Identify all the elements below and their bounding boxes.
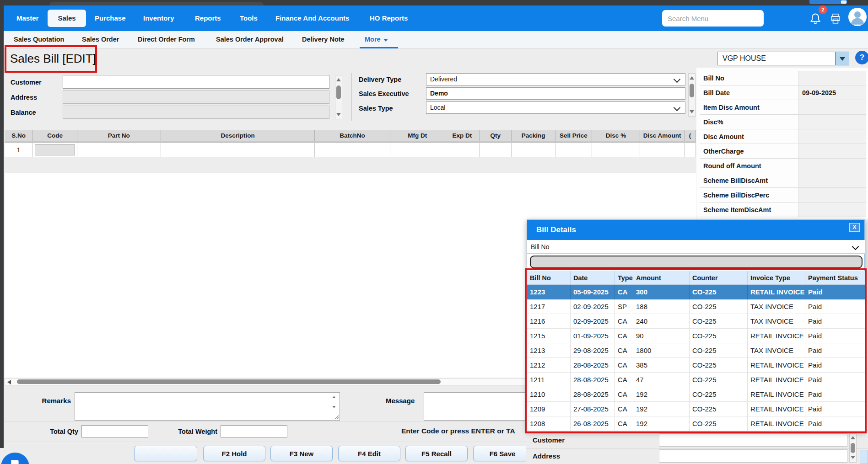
scroll-down-icon[interactable]	[336, 113, 341, 116]
subnav-delivery-note[interactable]: Delivery Note	[302, 31, 345, 48]
remarks-textarea[interactable]	[75, 392, 340, 421]
order-form-scrollbar[interactable]	[688, 73, 695, 117]
invoice-type-cell: TAX INVOICE	[748, 343, 805, 358]
popup-col-invoice-type: Invoice Type	[748, 271, 805, 285]
cell-packing[interactable]	[512, 143, 555, 157]
cell-disc-perc[interactable]	[592, 143, 640, 157]
search-input[interactable]	[662, 10, 764, 27]
subnav-sales-order-approval[interactable]: Sales Order Approval	[216, 31, 284, 48]
popup-header[interactable]: Bill Details	[527, 220, 864, 240]
cell-description[interactable]	[161, 143, 315, 157]
scroll-down-icon[interactable]	[690, 110, 694, 113]
total-weight-input[interactable]	[221, 425, 287, 437]
sales-executive-input[interactable]: Demo	[426, 87, 685, 100]
mini-form-scrollbar[interactable]	[849, 433, 857, 463]
notification-badge: 2	[819, 5, 827, 14]
items-table-row-1[interactable]: 1	[5, 143, 696, 157]
f2-hold-button[interactable]: F2 Hold	[203, 446, 265, 461]
subnav-more[interactable]: More	[365, 31, 388, 48]
nav-item-inventory[interactable]: Inventory	[143, 5, 174, 31]
close-icon[interactable]: X	[849, 223, 860, 232]
customer-input[interactable]	[63, 75, 329, 89]
payment-status-cell: Paid	[805, 329, 865, 343]
bill-row[interactable]: 1210 28-08-2025 CA 192 CO-225 RETAIL INV…	[527, 387, 865, 402]
help-icon[interactable]: ?	[855, 51, 868, 64]
f5-recall-button[interactable]: F5 Recall	[405, 446, 468, 461]
scroll-down-icon[interactable]	[333, 406, 336, 408]
cell-code[interactable]	[33, 143, 77, 157]
delivery-type-select[interactable]: Delivered	[426, 73, 685, 85]
bill-row[interactable]: 1223 05-09-2025 CA 300 CO-225 RETAIL INV…	[527, 285, 865, 299]
scroll-up-icon[interactable]	[690, 76, 694, 80]
customer-form-scrollbar[interactable]	[335, 75, 342, 119]
payment-status-cell: Paid	[805, 387, 865, 402]
print-icon[interactable]	[829, 13, 842, 25]
address-input[interactable]	[63, 91, 329, 104]
subnav-direct-order-form[interactable]: Direct Order Form	[138, 31, 195, 48]
nav-item-tools[interactable]: Tools	[240, 5, 258, 31]
nav-item-ho-reports[interactable]: HO Reports	[370, 5, 408, 31]
nav-item-sales-active[interactable]: Sales	[48, 10, 86, 27]
code-entry-box[interactable]	[35, 144, 75, 155]
nav-item-purchase[interactable]: Purchase	[95, 5, 126, 31]
bill-row[interactable]: 1216 02-09-2025 CA 240 CO-225 TAX INVOIC…	[527, 314, 865, 329]
bill-row[interactable]: 1212 28-08-2025 CA 385 CO-225 RETAIL INV…	[527, 358, 865, 373]
scroll-left-icon[interactable]	[7, 380, 11, 384]
bill-no-cell: 1216	[527, 314, 571, 329]
scrollbar-thumb[interactable]	[690, 84, 694, 97]
scroll-up-icon[interactable]	[851, 436, 855, 439]
branch-select[interactable]: VGP HOUSE	[717, 52, 836, 65]
chevron-down-icon	[852, 243, 859, 251]
cell-sell-price[interactable]	[555, 143, 592, 157]
sales-type-select[interactable]: Local	[426, 101, 685, 114]
nav-item-finance-and-accounts[interactable]: Finance And Accounts	[275, 5, 349, 31]
col-header-clipped: (	[685, 130, 696, 141]
bill-row[interactable]: 1211 28-08-2025 CA 47 CO-225 RETAIL INVO…	[527, 373, 865, 387]
summary-row: Item Disc Amount	[700, 100, 866, 115]
bill-row[interactable]: 1215 01-09-2025 CA 90 CO-225 RETAIL INVO…	[527, 329, 865, 343]
bill-row[interactable]: 1213 29-08-2025 CA 1800 CO-225 TAX INVOI…	[527, 343, 865, 358]
resize-handle-icon[interactable]	[334, 415, 339, 420]
branch-select-dropdown-button[interactable]	[836, 52, 849, 65]
date-cell: 27-08-2025	[571, 402, 615, 416]
cell-mfg-dt[interactable]	[390, 143, 445, 157]
bill-row[interactable]: 1208 26-08-2025 CA 192 CO-225 RETAIL INV…	[527, 416, 865, 431]
scroll-down-icon[interactable]	[851, 456, 855, 459]
payment-status-cell: Paid	[805, 373, 865, 387]
type-cell: CA	[615, 416, 633, 431]
popup-search-input[interactable]	[530, 256, 863, 268]
scrollbar-thumb[interactable]	[336, 85, 341, 99]
nav-item-reports[interactable]: Reports	[195, 5, 221, 31]
scrollbar-thumb[interactable]	[17, 379, 441, 384]
bill-no-cell: 1211	[527, 373, 571, 387]
bill-no-cell: 1215	[527, 329, 571, 343]
scrollbar-thumb[interactable]	[851, 443, 855, 453]
items-table-header: S.No Code Part No Description BatchNo Mf…	[5, 130, 696, 141]
total-qty-input[interactable]	[81, 425, 148, 437]
cell-part-no[interactable]	[77, 143, 161, 157]
scroll-up-icon[interactable]	[336, 78, 341, 81]
mini-address-input[interactable]	[659, 449, 847, 463]
f4-edit-button[interactable]: F4 Edit	[338, 446, 400, 461]
bill-no-cell: 1209	[527, 402, 571, 416]
cell-batchno[interactable]	[315, 143, 390, 157]
cell-disc-amount[interactable]	[640, 143, 685, 157]
cell-qty[interactable]	[480, 143, 512, 157]
counter-cell: CO-225	[690, 373, 748, 387]
notification-bell-icon[interactable]	[809, 12, 822, 26]
form-divider	[351, 73, 352, 121]
balance-input[interactable]	[63, 106, 329, 119]
clipped-panel-sliver	[860, 450, 868, 464]
mini-customer-input[interactable]	[659, 433, 847, 447]
amount-cell: 47	[633, 373, 690, 387]
bill-row[interactable]: 1209 27-08-2025 CA 192 CO-225 RETAIL INV…	[527, 402, 865, 416]
nav-item-master[interactable]: Master	[16, 5, 38, 31]
scroll-up-icon[interactable]	[333, 396, 336, 398]
f3-new-button[interactable]: F3 New	[270, 446, 333, 461]
bill-row[interactable]: 1217 02-09-2025 SP 188 CO-225 TAX INVOIC…	[527, 299, 865, 314]
f6-save-button[interactable]: F6 Save	[473, 446, 532, 461]
popup-filter-select[interactable]: Bill No	[527, 240, 865, 254]
user-avatar[interactable]	[848, 8, 867, 26]
cell-exp-dt[interactable]	[445, 143, 480, 157]
function-button-blank[interactable]	[134, 446, 197, 461]
